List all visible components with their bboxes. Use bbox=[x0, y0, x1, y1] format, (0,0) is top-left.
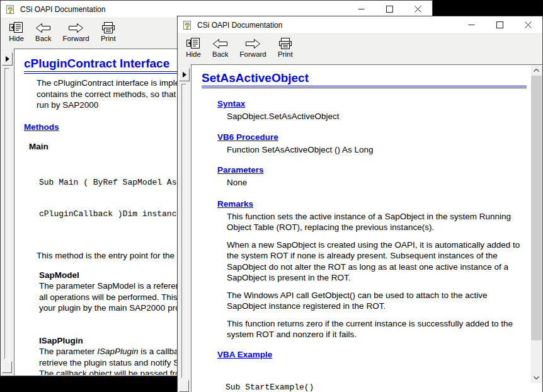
methods-link[interactable]: Methods bbox=[24, 122, 59, 132]
remarks-paragraph: When a new SapObject is created using th… bbox=[227, 239, 542, 284]
splitter-end-cap bbox=[2, 361, 12, 373]
text-line: This function returns zero if the curren… bbox=[227, 318, 542, 330]
show-nav-pane-button[interactable] bbox=[179, 68, 190, 81]
text-line: system ROT and nonzero if it fails. bbox=[227, 329, 542, 340]
scrollbar-thumb[interactable] bbox=[531, 76, 542, 340]
desktop: ? CSi OAPI Documentation bbox=[0, 0, 543, 392]
back-arrow-icon bbox=[212, 37, 228, 50]
svg-text:?: ? bbox=[185, 21, 190, 30]
vertical-scrollbar[interactable] bbox=[531, 65, 542, 383]
nav-splitter bbox=[1, 49, 14, 376]
titlebar[interactable]: ? CSi OAPI Documentation bbox=[1, 1, 432, 18]
remarks-paragraph: The Windows API call GetObject() can be … bbox=[227, 290, 542, 312]
hide-button[interactable]: Hide bbox=[181, 36, 205, 59]
remarks-paragraph: This function returns zero if the curren… bbox=[227, 318, 542, 340]
toolbar: Hide Back Forward bbox=[178, 33, 542, 64]
forward-button[interactable]: Forward bbox=[59, 20, 94, 43]
scroll-down-button[interactable] bbox=[531, 372, 542, 383]
print-button[interactable]: Print bbox=[96, 20, 120, 43]
hide-label: Hide bbox=[9, 35, 24, 42]
minimize-button[interactable] bbox=[457, 16, 486, 33]
code-line: Sub StartExample() bbox=[226, 383, 542, 392]
maximize-button[interactable] bbox=[375, 1, 404, 18]
heading-rule bbox=[202, 86, 527, 88]
vb6-procedure-value: Function SetAsActiveObject () As Long bbox=[227, 144, 542, 156]
close-button[interactable] bbox=[514, 16, 542, 33]
print-icon bbox=[101, 21, 116, 34]
scroll-up-button[interactable] bbox=[531, 65, 542, 76]
splitter-end-cap bbox=[179, 380, 189, 392]
minimize-button[interactable] bbox=[347, 1, 375, 18]
splitter-track[interactable] bbox=[4, 68, 9, 359]
topic-pane: SetAsActiveObject Syntax SapObject.SetAs… bbox=[191, 64, 542, 392]
titlebar[interactable]: ? CSi OAPI Documentation bbox=[178, 16, 542, 33]
hide-icon bbox=[186, 37, 201, 50]
vb6-procedure-link[interactable]: VB6 Procedure bbox=[217, 132, 278, 142]
window-title: CSi OAPI Documentation bbox=[197, 21, 282, 30]
splitter-track[interactable] bbox=[181, 84, 186, 378]
print-label: Print bbox=[101, 35, 116, 42]
forward-button[interactable]: Forward bbox=[236, 36, 271, 59]
text-line: the system ROT if none is already presen… bbox=[227, 250, 542, 262]
window-title: CSi OAPI Documentation bbox=[20, 5, 105, 14]
syntax-link[interactable]: Syntax bbox=[217, 99, 245, 108]
text-line: SapObject is present in the ROT. bbox=[227, 272, 542, 284]
parameters-link[interactable]: Parameters bbox=[217, 165, 264, 175]
topic-heading: SetAsActiveObject bbox=[202, 71, 542, 85]
remarks-paragraph: This function sets the active instance o… bbox=[227, 211, 542, 233]
back-button[interactable]: Back bbox=[31, 20, 56, 43]
forward-arrow-icon bbox=[68, 21, 84, 34]
back-label: Back bbox=[212, 50, 229, 58]
print-label: Print bbox=[278, 50, 293, 58]
forward-label: Forward bbox=[63, 35, 89, 42]
svg-text:?: ? bbox=[8, 5, 13, 14]
back-label: Back bbox=[35, 35, 52, 42]
text-line: Object Table (ROT), replacing the previo… bbox=[227, 222, 542, 233]
text-line: When a new SapObject is created using th… bbox=[227, 239, 542, 251]
back-button[interactable]: Back bbox=[208, 36, 233, 59]
close-button[interactable] bbox=[404, 1, 432, 18]
vba-example-link[interactable]: VBA Example bbox=[217, 350, 272, 359]
maximize-button[interactable] bbox=[486, 16, 514, 33]
hide-label: Hide bbox=[186, 50, 201, 58]
text-line: SapObject do not alter the ROT as long a… bbox=[227, 262, 542, 273]
back-arrow-icon bbox=[35, 21, 51, 34]
syntax-value: SapObject.SetAsActiveObject bbox=[227, 111, 542, 122]
text-line: SapObject instance registered in the ROT… bbox=[227, 301, 542, 312]
help-window-front: ? CSi OAPI Documentation bbox=[177, 16, 543, 392]
text-line: This function sets the active instance o… bbox=[227, 211, 542, 222]
print-button[interactable]: Print bbox=[273, 36, 297, 59]
forward-label: Forward bbox=[240, 50, 266, 58]
text-line: The Windows API call GetObject() can be … bbox=[227, 290, 542, 301]
help-file-icon: ? bbox=[183, 19, 193, 32]
nav-splitter bbox=[178, 64, 191, 392]
help-file-icon: ? bbox=[6, 3, 16, 16]
forward-arrow-icon bbox=[245, 37, 261, 50]
vba-code-block: Sub StartExample() 'dimension variables … bbox=[226, 362, 542, 392]
isapplugin-italic: ISapPlugin bbox=[97, 347, 138, 356]
remarks-link[interactable]: Remarks bbox=[217, 199, 253, 209]
print-icon bbox=[278, 37, 293, 50]
hide-icon bbox=[9, 21, 24, 34]
show-nav-pane-button[interactable] bbox=[2, 52, 13, 66]
scrollbar-track[interactable] bbox=[531, 340, 542, 372]
parameters-value: None bbox=[227, 177, 542, 188]
hide-button[interactable]: Hide bbox=[4, 20, 28, 43]
